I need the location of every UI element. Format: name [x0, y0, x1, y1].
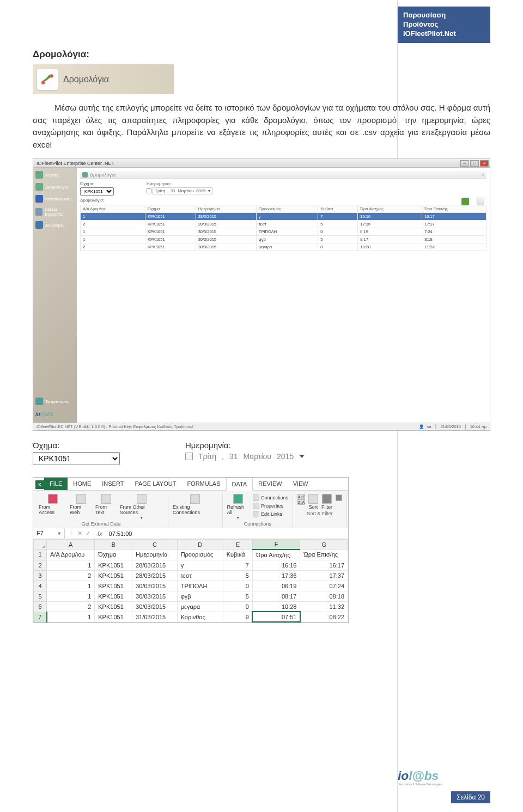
connections-button[interactable]: Connections — [252, 494, 289, 502]
refresh-button[interactable] — [477, 198, 484, 205]
sort-button[interactable]: Sort — [307, 494, 319, 510]
cell[interactable]: 28/03/2015 — [132, 570, 178, 581]
row-header[interactable]: 3 — [34, 570, 47, 581]
cell[interactable]: 7 — [223, 560, 252, 570]
tab-home[interactable]: HOME — [68, 478, 96, 490]
tab-close-icon[interactable]: × — [482, 172, 484, 178]
cell[interactable]: KPK1051 — [95, 570, 132, 581]
cell[interactable]: 0 — [223, 601, 252, 612]
cell[interactable]: 1 — [47, 581, 95, 591]
table-header[interactable]: Όχημα — [145, 205, 196, 213]
cell[interactable]: 31/03/2015 — [132, 612, 178, 622]
row-header[interactable]: 1 — [34, 550, 47, 560]
cell[interactable]: 28/03/2015 — [132, 560, 178, 570]
sidebar-item-routes[interactable]: Δρομολόγια — [35, 183, 75, 191]
table-row[interactable]: 2KPK105130/3/2015μεγαρα010:2811:32 — [81, 243, 486, 251]
existing-connections-button[interactable]: Existing Connections — [172, 494, 218, 515]
cell[interactable]: τεστ — [177, 570, 223, 581]
cell[interactable]: φγβ — [177, 591, 223, 601]
edit-links-button[interactable]: Edit Links — [252, 510, 289, 518]
tab-file[interactable]: FILE — [44, 478, 68, 490]
cell[interactable]: 17:36 — [252, 570, 300, 581]
table-header[interactable]: Ημερομηνία — [196, 205, 256, 213]
tab-view[interactable]: VIEW — [288, 478, 314, 490]
date-checkbox[interactable] — [147, 188, 151, 193]
cell[interactable]: γ — [177, 560, 223, 570]
cell[interactable]: 5 — [223, 570, 252, 581]
table-row[interactable]: 1KPK105128/3/2015γ716:1616:17 — [81, 213, 486, 221]
cell[interactable]: 16:16 — [252, 560, 300, 570]
cell[interactable]: KPK1051 — [95, 591, 132, 601]
col-header[interactable]: A — [47, 540, 95, 550]
cell[interactable]: 30/03/2015 — [132, 591, 178, 601]
fx-icon[interactable]: fx — [94, 530, 106, 537]
tab-formulas[interactable]: FORMULAS — [181, 478, 226, 490]
row-header[interactable]: 5 — [34, 591, 47, 601]
closeup-date-checkbox[interactable] — [185, 453, 193, 460]
date-input[interactable]: Τρίτη, 31 Μαρτίου 2015 ▾ — [153, 187, 212, 194]
minimize-button[interactable]: – — [460, 160, 469, 167]
cell[interactable]: KPK1051 — [95, 560, 132, 570]
cell[interactable]: 08:18 — [300, 591, 348, 601]
sidebar-item-worksheets[interactable]: Δελτία Εργασίας — [35, 207, 75, 217]
table-header[interactable]: Ώρα Αναχ/ης — [358, 205, 422, 213]
table-header[interactable]: Προορισμός — [256, 205, 318, 213]
table-header[interactable]: Ώρα Επισ/ης — [422, 205, 486, 213]
tab-page-layout[interactable]: PAGE LAYOUT — [129, 478, 181, 490]
cell[interactable]: KPK1051 — [95, 581, 132, 591]
sidebar-item-terminate[interactable]: Τερματισμός — [35, 398, 75, 405]
col-header[interactable]: C — [132, 540, 178, 550]
cell[interactable]: 07:24 — [300, 581, 348, 591]
cell[interactable]: KPK1051 — [95, 601, 132, 612]
row-header[interactable]: 4 — [34, 581, 47, 591]
cell[interactable]: 08:17 — [252, 591, 300, 601]
reapply-button[interactable] — [335, 494, 343, 502]
cell[interactable]: 17:37 — [300, 570, 348, 581]
name-box[interactable]: F7 ▾ — [33, 528, 65, 539]
table-row[interactable]: 2KPK105128/3/2015τεστ517:3617:37 — [81, 221, 486, 228]
cell[interactable]: 9 — [223, 612, 252, 622]
maximize-button[interactable]: □ — [470, 160, 479, 167]
cell[interactable]: KPK1051 — [95, 612, 132, 622]
cell[interactable]: 06:19 — [252, 581, 300, 591]
table-row[interactable]: 1KPK105130/3/2015ΤΡΙΠΟΛΗ06:197:24 — [81, 228, 486, 236]
cell[interactable]: 2 — [47, 570, 95, 581]
col-header[interactable]: F — [252, 540, 300, 550]
from-other-button[interactable]: From Other Sources▾ — [119, 494, 165, 520]
cell[interactable]: 1 — [47, 591, 95, 601]
tab-data[interactable]: DATA — [226, 478, 253, 491]
cell[interactable]: 5 — [223, 591, 252, 601]
sidebar-item-reports[interactable]: Αναφορές — [35, 221, 75, 229]
col-header[interactable]: G — [300, 540, 348, 550]
table-header[interactable]: Α/Α Δρομ/ιου — [81, 205, 145, 213]
chevron-down-icon[interactable] — [299, 455, 305, 458]
accept-formula-icon[interactable]: ✓ — [86, 530, 90, 537]
cell[interactable]: 11:32 — [300, 601, 348, 612]
close-button[interactable]: × — [480, 160, 489, 167]
cell[interactable]: 1 — [47, 612, 95, 622]
excel-grid[interactable]: ABCDEFG 1Α/Α Δρομ/ιουΌχημαΗμερομηνίαΠροο… — [33, 539, 348, 622]
col-header[interactable]: D — [177, 540, 223, 550]
export-excel-button[interactable] — [461, 198, 469, 205]
cell[interactable]: 30/03/2015 — [132, 581, 178, 591]
row-header[interactable]: 2 — [34, 560, 47, 570]
row-header[interactable]: 6 — [34, 601, 47, 612]
properties-button[interactable]: Properties — [252, 502, 289, 510]
cell[interactable]: 10:28 — [252, 601, 300, 612]
row-header[interactable]: 7 — [34, 612, 47, 622]
refresh-all-button[interactable]: Refresh All▾ — [226, 494, 251, 520]
cell[interactable]: 16:17 — [300, 560, 348, 570]
cell[interactable]: 07:51 — [252, 612, 300, 622]
closeup-vehicle-select[interactable]: KPK1051 — [33, 452, 120, 465]
col-header[interactable]: E — [223, 540, 252, 550]
tab-insert[interactable]: INSERT — [96, 478, 129, 490]
sort-az-button[interactable]: A↓ZZ↓A — [296, 494, 306, 505]
formula-bar[interactable]: 07:51:00 — [106, 529, 348, 539]
from-access-button[interactable]: From Access — [38, 494, 68, 515]
sidebar-item-consumption[interactable]: Καταναλώσεις — [35, 195, 75, 203]
vehicle-select[interactable]: KPK1051 — [80, 187, 114, 196]
from-text-button[interactable]: From Text — [94, 494, 118, 515]
col-header[interactable]: B — [95, 540, 132, 550]
cell[interactable]: Κορινθος — [177, 612, 223, 622]
sidebar-item-maps[interactable]: Χάρτες — [35, 171, 75, 179]
